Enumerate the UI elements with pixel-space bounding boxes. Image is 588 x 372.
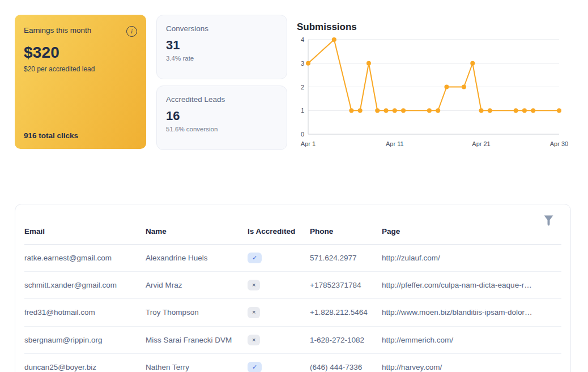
data-point[interactable]	[557, 108, 561, 113]
data-point[interactable]	[332, 37, 336, 42]
email-cell: fred31@hotmail.com	[24, 299, 146, 326]
data-point[interactable]	[514, 108, 518, 113]
x-tick-label: Apr 21	[472, 140, 490, 147]
leads-table-card: EmailNameIs AccreditedPhonePage ratke.ea…	[15, 204, 571, 372]
y-tick-label: 3	[301, 60, 304, 67]
data-point[interactable]	[306, 61, 310, 66]
data-point[interactable]	[462, 85, 466, 89]
data-point[interactable]	[393, 108, 397, 113]
submissions-line	[308, 40, 559, 110]
page-cell: http://www.moen.biz/blanditiis-ipsam-dol…	[382, 299, 561, 326]
page-link[interactable]: http://harvey.com/	[382, 363, 442, 371]
x-tick-label: Apr 11	[386, 140, 404, 147]
leads-table: EmailNameIs AccreditedPhonePage ratke.ea…	[24, 204, 561, 372]
page-cell: http://emmerich.com/	[382, 326, 561, 353]
data-point[interactable]	[479, 108, 484, 113]
accredited-leads-card: Accredited Leads 16 51.6% conversion	[156, 85, 287, 150]
accredited-check-badge: ✓	[248, 362, 262, 372]
data-point[interactable]	[427, 108, 432, 113]
column-header-page: Page	[382, 204, 561, 245]
table-row: schmitt.xander@gmail.comArvid Mraz×+1785…	[24, 272, 561, 299]
accredited-cell: ×	[248, 272, 310, 299]
page-cell: http://pfeffer.com/culpa-nam-dicta-eaque…	[382, 272, 561, 299]
phone-cell: +17852371784	[310, 272, 382, 299]
data-point[interactable]	[375, 108, 380, 113]
data-point[interactable]	[531, 108, 535, 113]
y-tick-label: 0	[301, 131, 304, 138]
accredited-cell: ×	[248, 299, 310, 326]
column-header-is-accredited: Is Accredited	[248, 204, 310, 245]
data-point[interactable]	[367, 61, 371, 66]
phone-cell: (646) 444-7336	[310, 353, 382, 372]
page-link[interactable]: http://emmerich.com/	[382, 336, 453, 344]
data-point[interactable]	[401, 108, 406, 113]
email-cell: duncan25@boyer.biz	[24, 353, 146, 372]
table-row: ratke.earnest@gmail.comAlexandrine Huels…	[24, 245, 561, 272]
name-cell: Troy Thompson	[146, 299, 248, 326]
info-icon[interactable]: i	[126, 26, 137, 37]
phone-cell: 571.624.2977	[310, 245, 382, 272]
data-point[interactable]	[522, 108, 527, 113]
accredited-leads-rate: 51.6% conversion	[166, 126, 278, 132]
table-row: sbergnaum@rippin.orgMiss Sarai Franecki …	[24, 326, 561, 353]
column-header-name: Name	[146, 204, 248, 245]
data-point[interactable]	[358, 108, 363, 113]
accredited-leads-value: 16	[166, 109, 278, 123]
conversions-card: Conversions 31 3.4% rate	[156, 15, 287, 79]
funnel-icon	[544, 215, 553, 226]
accredited-cell: ×	[248, 326, 310, 353]
name-cell: Miss Sarai Franecki DVM	[146, 326, 248, 353]
email-cell: sbergnaum@rippin.org	[24, 326, 146, 353]
table-header-row: EmailNameIs AccreditedPhonePage	[24, 204, 561, 245]
page-link[interactable]: http://www.moen.biz/blanditiis-ipsam-dol…	[382, 308, 532, 317]
email-cell: ratke.earnest@gmail.com	[24, 245, 146, 272]
y-tick-label: 2	[301, 84, 304, 91]
earnings-amount: $320	[24, 44, 137, 62]
conversions-rate: 3.4% rate	[166, 55, 278, 62]
y-tick-label: 1	[301, 107, 304, 114]
data-point[interactable]	[488, 108, 492, 113]
table-row: duncan25@boyer.bizNathen Terry✓(646) 444…	[24, 353, 561, 372]
data-point[interactable]	[436, 108, 440, 113]
accredited-cross-badge: ×	[248, 307, 260, 318]
conversions-title: Conversions	[166, 24, 278, 33]
conversions-value: 31	[166, 38, 278, 53]
accredited-cell: ✓	[248, 353, 310, 372]
x-tick-label: Apr 30	[550, 140, 568, 147]
data-point[interactable]	[444, 85, 449, 89]
accredited-cross-badge: ×	[248, 335, 260, 345]
accredited-cross-badge: ×	[248, 280, 260, 290]
accredited-leads-title: Accredited Leads	[166, 95, 278, 104]
email-cell: schmitt.xander@gmail.com	[24, 272, 146, 299]
x-tick-label: Apr 1	[301, 140, 316, 147]
page-cell: http://zulauf.com/	[382, 245, 561, 272]
earnings-card-title: Earnings this month	[24, 26, 91, 35]
data-point[interactable]	[349, 108, 353, 113]
earnings-subtitle: $20 per accredited lead	[24, 65, 137, 73]
filter-button[interactable]	[542, 214, 555, 226]
page-link[interactable]: http://zulauf.com/	[382, 254, 440, 262]
table-row: fred31@hotmail.comTroy Thompson×+1.828.2…	[24, 299, 561, 326]
column-header-phone: Phone	[310, 204, 382, 245]
chart-title: Submissions	[297, 22, 357, 33]
total-clicks: 916 total clicks	[24, 131, 78, 140]
accredited-cell: ✓	[248, 245, 310, 272]
submissions-chart: 01234Apr 1Apr 11Apr 21Apr 30	[297, 33, 583, 153]
name-cell: Nathen Terry	[146, 353, 248, 372]
page-link[interactable]: http://pfeffer.com/culpa-nam-dicta-eaque…	[382, 281, 532, 289]
column-header-email: Email	[24, 204, 146, 245]
y-tick-label: 4	[301, 36, 304, 43]
data-point[interactable]	[384, 108, 388, 113]
dashboard: Earnings this month i $320 $20 per accre…	[0, 0, 588, 372]
earnings-card: Earnings this month i $320 $20 per accre…	[15, 15, 146, 149]
accredited-check-badge: ✓	[248, 253, 262, 263]
name-cell: Arvid Mraz	[146, 272, 248, 299]
page-cell: http://harvey.com/	[382, 353, 561, 372]
phone-cell: 1-628-272-1082	[310, 326, 382, 353]
phone-cell: +1.828.212.5464	[310, 299, 382, 326]
data-point[interactable]	[470, 61, 475, 66]
name-cell: Alexandrine Huels	[146, 245, 248, 272]
